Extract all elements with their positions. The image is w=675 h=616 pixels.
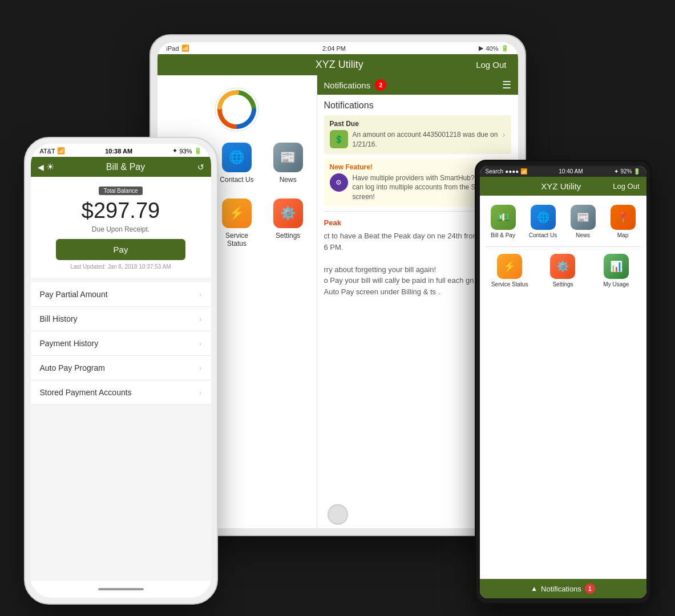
tablet-icon-news[interactable]: 📰 News	[265, 138, 311, 188]
android-icon-contact-us[interactable]: 🌐 Contact Us	[526, 201, 561, 242]
android-news-icon: 📰	[571, 205, 596, 230]
scene: iPad 📶 2:04 PM ▶ 40% 🔋 XYZ Utility Log O…	[24, 23, 652, 593]
balance-amount: $297.79	[40, 198, 202, 223]
iphone-time: 10:38 AM	[105, 148, 132, 155]
pay-partial-item[interactable]: Pay Partial Amount ›	[31, 282, 211, 307]
tablet-icon-settings[interactable]: ⚙️ Settings	[265, 194, 311, 252]
hamburger-menu-button[interactable]: ☰	[502, 79, 511, 91]
notifications-header: Notifications 2 ☰	[317, 75, 518, 95]
notifications-section-label: Notifications	[324, 100, 511, 111]
android-news-label: News	[576, 232, 590, 238]
bill-history-item[interactable]: Bill History ›	[31, 307, 211, 331]
tablet-battery-icon: 🔋	[501, 44, 509, 52]
android-contact-icon: 🌐	[531, 205, 556, 230]
past-due-text: An amount on account 4435001218 was due …	[353, 130, 498, 149]
android-icon-settings[interactable]: ⚙️ Settings	[539, 250, 587, 291]
news-label: News	[280, 176, 297, 184]
pay-partial-arrow-icon: ›	[199, 290, 202, 299]
iphone-status-bar: AT&T 📶 10:38 AM ✦ 93% 🔋	[31, 144, 211, 157]
notification-past-due[interactable]: Past Due 💲 An amount on account 44350012…	[324, 115, 511, 154]
iphone-home-indicator[interactable]	[31, 581, 211, 598]
android-icon-map[interactable]: 📍 Map	[605, 201, 641, 242]
settings-label: Settings	[276, 232, 300, 240]
iphone-content: Total Balance $297.79 Due Upon Receipt. …	[31, 177, 211, 581]
android-bluetooth-icon: ✦	[614, 168, 619, 175]
iphone-nav-bar: ◀ ☀ Bill & Pay ↺	[31, 157, 211, 177]
settings-icon: ⚙️	[273, 198, 303, 228]
tablet-app-title: XYZ Utility	[203, 59, 476, 71]
stored-accounts-arrow-icon: ›	[199, 388, 202, 397]
past-due-header: Past Due	[330, 120, 506, 128]
android-myusage-label: My Usage	[603, 281, 629, 287]
iphone-device: AT&T 📶 10:38 AM ✦ 93% 🔋 ◀ ☀ Bill & Pay ↺	[24, 137, 218, 605]
tablet-icon-service-status[interactable]: ⚡ Service Status	[214, 194, 260, 252]
android-icon-news[interactable]: 📰 News	[565, 201, 601, 242]
android-battery-pct: 92%	[620, 168, 632, 175]
tablet-battery-label: 40%	[486, 45, 498, 52]
android-icon-bill-pay[interactable]: 💵 Bill & Pay	[486, 201, 521, 242]
tablet-signal-icon: ▶	[479, 44, 483, 52]
contact-icon: 🌐	[222, 143, 252, 172]
android-bill-pay-label: Bill & Pay	[491, 232, 515, 238]
service-label: Service Status	[216, 232, 257, 248]
notifications-title: Notifications	[324, 80, 371, 90]
iphone-battery-icon: 🔋	[194, 147, 202, 155]
iphone-wifi-icon: 📶	[57, 147, 65, 155]
android-time: 10:40 AM	[559, 168, 583, 175]
android-notif-badge: 1	[585, 583, 595, 594]
android-nav-bar: XYZ Utility Log Out	[480, 177, 646, 196]
android-contact-label: Contact Us	[529, 232, 557, 238]
android-carrier-icon: ●●●●	[505, 168, 519, 175]
pay-partial-label: Pay Partial Amount	[40, 290, 108, 299]
past-due-arrow-icon: ›	[503, 130, 506, 139]
payment-history-item[interactable]: Payment History ›	[31, 331, 211, 356]
android-logout-button[interactable]: Log Out	[613, 182, 639, 191]
total-balance-badge: Total Balance	[99, 187, 142, 195]
auto-pay-label: Auto Pay Program	[40, 363, 105, 372]
android-notif-label: Notifications	[541, 585, 581, 593]
service-icon: ⚡	[222, 198, 252, 228]
last-updated-text: Last Updated: Jan 8, 2018 10:37:53 AM	[40, 264, 202, 270]
android-wifi-icon: 📶	[520, 168, 527, 175]
tablet-wifi-icon: 📶	[181, 44, 189, 52]
android-icons-row2: ⚡ Service Status ⚙️ Settings 📊 My Usage	[486, 250, 641, 291]
android-device: Search ●●●● 📶 10:40 AM ✦ 92% 🔋 XYZ Utili…	[475, 160, 652, 605]
android-icon-my-usage[interactable]: 📊 My Usage	[592, 250, 640, 291]
back-chevron-icon: ◀	[38, 163, 44, 172]
android-service-icon: ⚡	[497, 254, 522, 279]
android-icon-service-status[interactable]: ⚡ Service Status	[486, 250, 534, 291]
android-settings-icon: ⚙️	[550, 254, 575, 279]
iphone-refresh-button[interactable]: ↺	[197, 163, 204, 172]
tablet-icon-contact-us[interactable]: 🌐 Contact Us	[214, 138, 260, 188]
auto-pay-arrow-icon: ›	[199, 363, 202, 372]
balance-section: Total Balance $297.79 Due Upon Receipt. …	[31, 177, 211, 278]
sun-icon: ☀	[46, 161, 54, 172]
iphone-battery-pct: 93%	[179, 148, 192, 155]
home-bar	[98, 588, 144, 590]
bill-pay-menu: Pay Partial Amount › Bill History › Paym…	[31, 282, 211, 405]
balance-due-text: Due Upon Receipt.	[40, 225, 202, 233]
tablet-home-button[interactable]	[328, 504, 348, 525]
android-icons-row1: 💵 Bill & Pay 🌐 Contact Us 📰 News 📍 Map	[486, 201, 641, 242]
android-status-bar: Search ●●●● 📶 10:40 AM ✦ 92% 🔋	[480, 166, 646, 177]
bill-history-label: Bill History	[40, 314, 78, 323]
payment-history-label: Payment History	[40, 339, 99, 348]
android-notifications-bar[interactable]: ▲ Notifications 1	[480, 579, 646, 598]
tablet-device-label: iPad	[167, 45, 179, 52]
tablet-nav-bar: XYZ Utility Log Out	[157, 54, 518, 75]
contact-label: Contact Us	[220, 176, 253, 184]
android-myusage-icon: 📊	[604, 254, 629, 279]
pay-button[interactable]: Pay	[56, 239, 185, 260]
android-bill-pay-icon: 💵	[491, 205, 516, 230]
iphone-back-button[interactable]: ◀ ☀	[38, 161, 54, 172]
notifications-badge: 2	[375, 79, 386, 91]
auto-pay-item[interactable]: Auto Pay Program ›	[31, 356, 211, 380]
past-due-icon: 💲	[330, 130, 348, 148]
android-map-label: Map	[617, 232, 628, 238]
tablet-logout-button[interactable]: Log Out	[476, 60, 506, 70]
iphone-page-title: Bill & Pay	[106, 162, 145, 172]
stored-accounts-item[interactable]: Stored Payment Accounts ›	[31, 380, 211, 405]
android-main-grid: 💵 Bill & Pay 🌐 Contact Us 📰 News 📍 Map	[480, 196, 646, 579]
payment-history-arrow-icon: ›	[199, 339, 202, 348]
android-service-label: Service Status	[491, 281, 528, 287]
